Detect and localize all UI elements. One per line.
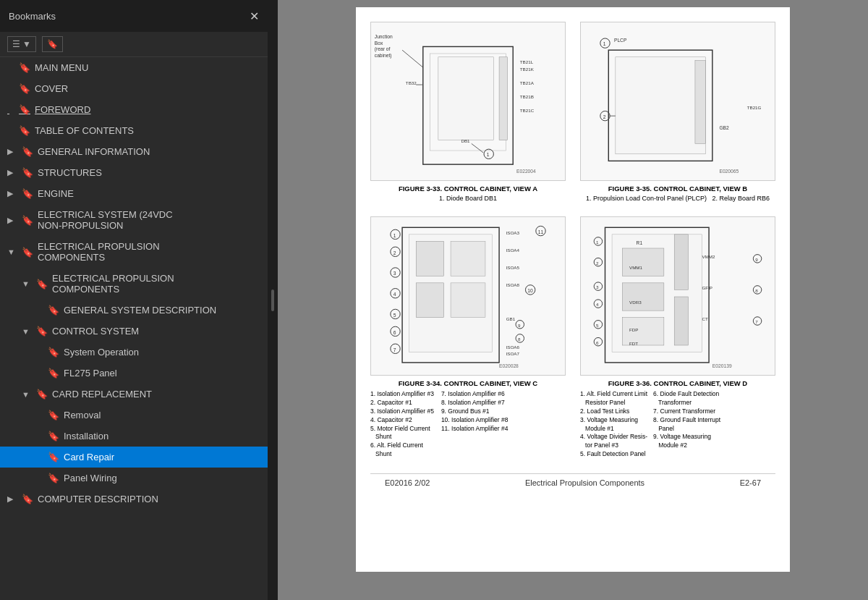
bookmark-button[interactable]: 🔖 (42, 36, 63, 52)
svg-rect-71 (416, 241, 443, 276)
svg-rect-29 (616, 57, 705, 154)
bookmark-icon: 🔖 (48, 305, 61, 316)
sidebar-resizer[interactable] (268, 0, 278, 600)
bookmark-icon: 🔖 (19, 83, 32, 94)
no-arrow (36, 306, 48, 315)
no-arrow (36, 432, 48, 441)
figure-3-36-img: R1 1 (580, 216, 775, 376)
svg-text:10: 10 (527, 288, 533, 293)
svg-text:E020065: E020065 (719, 169, 739, 174)
figure-3-36-desc: 1. Alt. Field Current Limit Resistor Pan… (580, 390, 775, 459)
svg-text:cabinet): cabinet) (375, 53, 392, 59)
sidebar-item-elec-sys[interactable]: ▶ 🔖 ELECTRICAL SYSTEM (24VDCNON-PROPULSI… (0, 204, 268, 236)
sidebar-item-card-repl[interactable]: ▼ 🔖 CARD REPLACEMENT (0, 384, 268, 405)
sidebar-item-control-sys[interactable]: ▼ 🔖 CONTROL SYSTEM (0, 321, 268, 342)
sidebar-item-computer-desc[interactable]: ▶ 🔖 COMPUTER DESCRIPTION (0, 489, 268, 510)
sidebar-item-elec-prop[interactable]: ▼ 🔖 ELECTRICAL PROPULSIONCOMPONENTS (0, 236, 268, 268)
svg-rect-73 (451, 241, 485, 276)
sidebar-item-cover[interactable]: 🔖 COVER (0, 78, 268, 99)
figures-row-top: Junction Box (rear of cabinet) TB21L TB2… (370, 22, 775, 202)
figure-3-33-img: Junction Box (rear of cabinet) TB21L TB2… (370, 22, 566, 181)
sidebar-item-label: FOREWORD (35, 104, 90, 115)
sidebar-item-toc[interactable]: 🔖 TABLE OF CONTENTS (0, 120, 268, 141)
sidebar-item-label: MAIN MENU (35, 62, 88, 73)
diagram-3-36: R1 1 (581, 217, 775, 376)
footer-right: E2-67 (740, 478, 761, 487)
sidebar-item-general-info[interactable]: ▶ 🔖 GENERAL INFORMATION (0, 141, 268, 162)
svg-text:TB21A: TB21A (520, 80, 535, 85)
sidebar-item-structures[interactable]: ▶ 🔖 STRUCTURES (0, 162, 268, 183)
figure-3-34-block: 1 2 3 4 (370, 216, 566, 459)
svg-text:7: 7 (393, 347, 396, 352)
svg-rect-72 (416, 283, 443, 318)
sidebar-item-label: ELECTRICAL PROPULSIONCOMPONENTS (52, 273, 174, 295)
expand-arrow: ▼ (7, 248, 19, 256)
svg-rect-82 (674, 234, 688, 290)
sidebar-item-installation[interactable]: 🔖 Installation (0, 426, 268, 447)
svg-rect-30 (695, 61, 705, 144)
bookmark-icon: 🔖 (48, 431, 61, 441)
document-page: Junction Box (rear of cabinet) TB21L TB2… (356, 7, 790, 572)
bookmark-icon: 🔖 (19, 104, 32, 115)
svg-rect-74 (451, 283, 485, 318)
svg-text:1: 1 (603, 41, 606, 46)
page-container[interactable]: Junction Box (rear of cabinet) TB21L TB2… (278, 0, 868, 600)
svg-rect-81 (622, 318, 663, 345)
sidebar-item-panel-wiring[interactable]: 🔖 Panel Wiring (0, 468, 268, 489)
diagram-3-33: Junction Box (rear of cabinet) TB21L TB2… (371, 22, 565, 181)
sidebar-item-gen-sys-desc[interactable]: 🔖 GENERAL SYSTEM DESCRIPTION (0, 300, 268, 321)
figure-3-35-desc: 1. Propulsion Load Con-trol Panel (PLCP)… (580, 195, 775, 202)
sidebar-item-fl275[interactable]: 🔖 FL275 Panel (0, 363, 268, 384)
sidebar-item-card-repair[interactable]: 🔖 Card Repair (0, 447, 268, 468)
svg-text:VDR3: VDR3 (629, 300, 642, 305)
expand-arrow: ▶ (7, 168, 19, 177)
sidebar-item-label: System Operation (64, 347, 139, 358)
sidebar-header: Bookmarks ✕ (0, 0, 268, 32)
sidebar-item-elec-prop-2[interactable]: ▼ 🔖 ELECTRICAL PROPULSIONCOMPONENTS (0, 268, 268, 300)
svg-text:4: 4 (393, 292, 396, 297)
bookmark-icon: 🔖 (48, 347, 61, 358)
figure-3-34-caption: FIGURE 3-34. CONTROL CABINET, VIEW C (370, 379, 566, 387)
svg-text:8: 8 (518, 337, 521, 342)
sidebar: Bookmarks ✕ ☰ ▼ 🔖 🔖 MAIN MENU 🔖 (0, 0, 268, 600)
diagram-3-34: 1 2 3 4 (371, 217, 565, 376)
no-arrow (36, 474, 48, 483)
sidebar-item-foreword[interactable]: 🔖 FOREWORD (0, 99, 268, 120)
svg-text:9: 9 (518, 323, 521, 328)
svg-text:TB21L: TB21L (520, 59, 534, 64)
svg-rect-80 (622, 283, 663, 310)
footer-center: Electrical Propulsion Components (525, 478, 644, 487)
svg-text:(rear of: (rear of (375, 46, 391, 52)
figure-3-34-desc: 1. Isolation Amplifier #3 2. Capacitor #… (370, 390, 566, 459)
no-arrow (7, 85, 19, 93)
bookmark-icon: 🔖 (36, 279, 49, 290)
svg-text:2: 2 (393, 250, 396, 255)
bookmark-icon: 🔖 (48, 368, 61, 379)
sidebar-item-label: COMPUTER DESCRIPTION (38, 494, 158, 504)
svg-text:ISOA8: ISOA8 (506, 282, 520, 287)
svg-text:ISOA5: ISOA5 (506, 265, 520, 270)
sidebar-item-label: ELECTRICAL SYSTEM (24VDCNON-PROPULSION (38, 209, 173, 231)
bookmark-icon: 🔖 (22, 146, 35, 157)
sidebar-nav: 🔖 MAIN MENU 🔖 COVER 🔖 FOREWORD 🔖 TABLE O… (0, 57, 268, 600)
svg-text:GFIP: GFIP (702, 285, 713, 290)
sidebar-item-removal[interactable]: 🔖 Removal (0, 405, 268, 426)
svg-rect-14 (499, 57, 507, 140)
sidebar-item-sys-op[interactable]: 🔖 System Operation (0, 342, 268, 363)
figure-3-35: 1 PLCP TB21D TB21E TB21F TB21G (580, 22, 775, 202)
close-button[interactable]: ✕ (250, 9, 259, 23)
dropdown-arrow: ▼ (22, 39, 31, 49)
svg-text:ISOA6: ISOA6 (506, 345, 520, 350)
sidebar-title: Bookmarks (9, 11, 56, 22)
expand-arrow: ▼ (22, 279, 33, 288)
svg-text:6: 6 (596, 340, 599, 345)
sidebar-item-main-menu[interactable]: 🔖 MAIN MENU (0, 57, 268, 78)
svg-text:1: 1 (487, 152, 490, 157)
svg-line-4 (402, 50, 423, 67)
svg-text:FDP: FDP (629, 327, 638, 332)
svg-line-18 (472, 143, 483, 152)
expand-arrow: ▶ (7, 494, 19, 504)
sidebar-item-label: GENERAL INFORMATION (38, 146, 150, 157)
view-toggle-button[interactable]: ☰ ▼ (7, 36, 36, 52)
sidebar-item-engine[interactable]: ▶ 🔖 ENGINE (0, 183, 268, 204)
